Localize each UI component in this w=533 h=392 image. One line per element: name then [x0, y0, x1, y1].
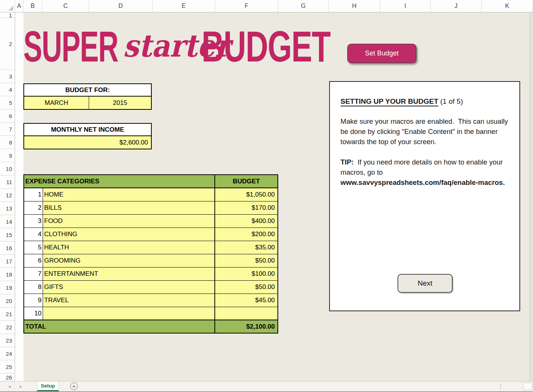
row-header[interactable]: 6: [0, 109, 15, 123]
column-header[interactable]: A: [15, 0, 23, 12]
column-header[interactable]: B: [23, 0, 42, 12]
expense-row: 9 TRAVEL $45.00: [24, 294, 277, 307]
column-letters: ABCDEFGHIJK: [15, 0, 533, 12]
budget-column-header: BUDGET: [215, 175, 277, 188]
expense-budget-cell[interactable]: $400.00: [215, 215, 277, 228]
expense-row-number: 2: [24, 201, 43, 214]
expense-category-cell[interactable]: [43, 307, 215, 320]
tabbar-resize-grip-icon[interactable]: ⋮: [498, 383, 504, 390]
previous-sheet-icon[interactable]: ◄: [7, 384, 12, 389]
column-header[interactable]: K: [482, 0, 533, 12]
vertical-scrollbar[interactable]: [530, 12, 533, 381]
setup-instructions-box: SETTING UP YOUR BUDGET (1 of 5) Make sur…: [329, 81, 520, 311]
instructions-heading: SETTING UP YOUR BUDGET (1 of 5): [340, 97, 509, 106]
row-header[interactable]: 4: [0, 83, 15, 96]
expense-row: 7 ENTERTAINMENT $100.00: [24, 267, 277, 281]
expense-category-cell[interactable]: BILLS: [43, 201, 215, 214]
row-header[interactable]: 3: [0, 70, 15, 83]
budget-year-cell[interactable]: 2015: [89, 97, 151, 109]
expense-budget-cell[interactable]: $1,050.00: [215, 188, 277, 201]
expense-budget-cell[interactable]: $200.00: [215, 228, 277, 241]
row-header[interactable]: 13: [0, 202, 15, 215]
row-header[interactable]: 23: [0, 334, 15, 347]
income-amount-cell[interactable]: $2,600.00: [24, 136, 151, 149]
expense-row-number: 10: [24, 307, 43, 320]
tip-label: TIP:: [340, 158, 354, 166]
select-all-triangle-icon: [8, 6, 13, 11]
row-header-bar: 1234567891011121314151617181920212223242…: [0, 12, 15, 381]
column-header[interactable]: F: [215, 0, 278, 12]
expense-category-cell[interactable]: TRAVEL: [43, 294, 215, 307]
next-sheet-icon[interactable]: ►: [18, 384, 23, 389]
column-header[interactable]: G: [278, 0, 329, 12]
expense-category-cell[interactable]: ENTERTAINMENT: [43, 267, 215, 280]
column-a-empty-strip[interactable]: [15, 12, 23, 381]
column-header[interactable]: H: [329, 0, 380, 12]
expense-table-header-row: EXPENSE CATEGORIES BUDGET: [24, 175, 277, 188]
expense-category-cell[interactable]: GROOMING: [43, 254, 215, 267]
row-header[interactable]: 5: [0, 96, 15, 109]
row-header[interactable]: 16: [0, 241, 15, 255]
row-header[interactable]: 17: [0, 255, 15, 268]
expense-row-number: 4: [24, 228, 43, 241]
tip-body: If you need more details on how to enabl…: [340, 158, 505, 176]
expense-budget-cell[interactable]: $35.00: [215, 241, 277, 254]
row-header[interactable]: 15: [0, 228, 15, 241]
expense-row-number: 6: [24, 254, 43, 267]
column-header[interactable]: I: [380, 0, 431, 12]
expense-row: 8 GIFTS $50.00: [24, 281, 277, 294]
next-button[interactable]: Next: [397, 274, 453, 293]
row-header[interactable]: 8: [0, 136, 15, 149]
column-header[interactable]: E: [153, 0, 215, 12]
column-header[interactable]: C: [42, 0, 89, 12]
expense-row: 10: [24, 307, 277, 320]
expense-row-number: 8: [24, 281, 43, 294]
add-sheet-icon[interactable]: +: [70, 383, 78, 390]
horizontal-scrollbar[interactable]: [523, 383, 532, 390]
row-header[interactable]: 18: [0, 268, 15, 281]
row-header[interactable]: 25: [0, 360, 15, 374]
column-header[interactable]: J: [431, 0, 482, 12]
expense-budget-cell[interactable]: $50.00: [215, 281, 277, 294]
income-header: MONTHLY NET INCOME: [24, 124, 151, 136]
row-header[interactable]: 7: [0, 123, 15, 136]
row-header[interactable]: 11: [0, 175, 15, 189]
budget-for-header: BUDGET FOR:: [24, 84, 151, 97]
row-header[interactable]: 10: [0, 162, 15, 175]
row-header[interactable]: 24: [0, 347, 15, 360]
instructions-tip-paragraph: TIP: If you need more details on how to …: [340, 157, 510, 188]
row-header[interactable]: 1: [0, 12, 15, 18]
row-header[interactable]: 19: [0, 281, 15, 294]
column-header-bar: ABCDEFGHIJK: [0, 0, 533, 12]
expense-budget-cell[interactable]: $50.00: [215, 254, 277, 267]
row-header[interactable]: 22: [0, 321, 15, 334]
expense-category-cell[interactable]: HOME: [43, 188, 215, 201]
tip-url: www.savvyspreadsheets.com/faq/enable-mac…: [340, 178, 505, 186]
expense-row-number: 7: [24, 267, 43, 280]
expense-category-cell[interactable]: GIFTS: [43, 281, 215, 294]
expense-category-cell[interactable]: CLOTHING: [43, 228, 215, 241]
expense-budget-cell[interactable]: [215, 307, 277, 320]
expense-budget-cell[interactable]: $100.00: [215, 267, 277, 280]
expense-budget-cell[interactable]: $45.00: [215, 294, 277, 307]
row-header[interactable]: 9: [0, 149, 15, 162]
expense-row: 5 HEALTH $35.00: [24, 241, 277, 254]
budget-month-cell[interactable]: MARCH: [24, 97, 89, 109]
row-header[interactable]: 20: [0, 294, 15, 307]
income-table: MONTHLY NET INCOME $2,600.00: [23, 123, 152, 149]
expense-category-cell[interactable]: HEALTH: [43, 241, 215, 254]
column-header[interactable]: D: [89, 0, 153, 12]
tab-setup[interactable]: Setup: [37, 381, 59, 391]
row-header[interactable]: 14: [0, 215, 15, 228]
row-header[interactable]: 12: [0, 189, 15, 202]
row-header[interactable]: 21: [0, 307, 15, 321]
budget-for-table: BUDGET FOR: MARCH 2015: [23, 83, 152, 110]
select-all-corner[interactable]: [0, 0, 15, 12]
set-budget-button[interactable]: Set Budget: [347, 44, 416, 63]
expense-table: EXPENSE CATEGORIES BUDGET 1 HOME $1,050.…: [23, 174, 278, 334]
row-header[interactable]: 2: [0, 18, 15, 70]
expense-row: 4 CLOTHING $200.00: [24, 228, 277, 241]
expense-category-cell[interactable]: FOOD: [43, 215, 215, 228]
row-header[interactable]: 26: [0, 374, 15, 381]
expense-budget-cell[interactable]: $170.00: [215, 201, 277, 214]
